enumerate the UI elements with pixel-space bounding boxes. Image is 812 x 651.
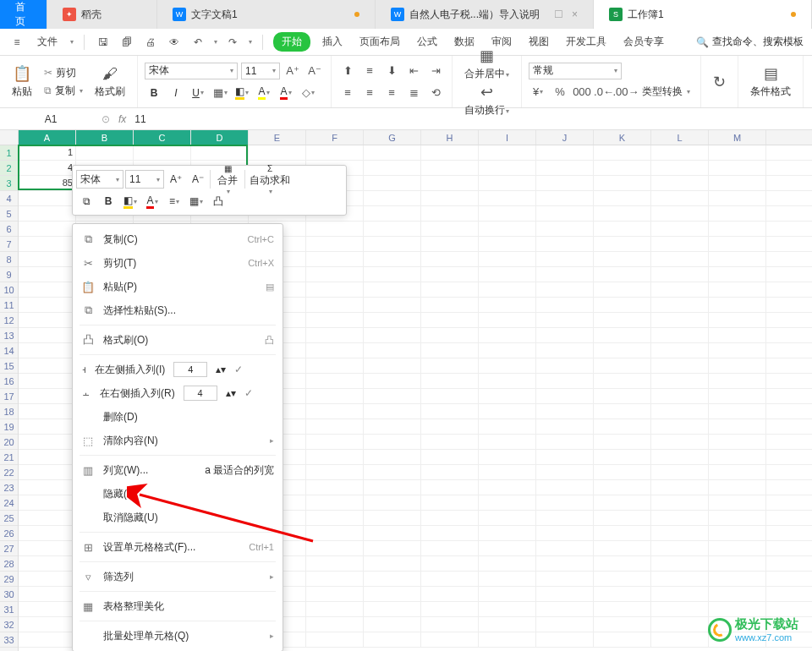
cell[interactable] xyxy=(19,526,76,540)
number-format-select[interactable]: 常规▾ xyxy=(529,63,622,79)
cell[interactable] xyxy=(364,191,421,205)
cell[interactable] xyxy=(479,206,536,221)
highlight-button[interactable]: A▾ xyxy=(255,84,273,102)
row-header[interactable]: 15 xyxy=(0,358,18,374)
cell[interactable] xyxy=(536,419,594,434)
col-header[interactable]: A xyxy=(19,130,76,145)
row-header[interactable]: 33 xyxy=(0,632,18,648)
row-header[interactable]: 18 xyxy=(0,404,18,419)
cell[interactable] xyxy=(364,161,421,175)
cell[interactable] xyxy=(536,572,594,586)
cell[interactable] xyxy=(709,480,766,495)
cell[interactable] xyxy=(594,480,651,495)
cell[interactable] xyxy=(651,176,709,190)
cell[interactable] xyxy=(536,541,594,555)
cell[interactable] xyxy=(709,267,766,282)
preview-icon[interactable]: 👁 xyxy=(166,34,183,51)
cell[interactable] xyxy=(536,556,594,571)
ctx-insert-left[interactable]: ⫞在左侧插入列(I)▴▾✓ xyxy=(73,358,283,381)
cell[interactable] xyxy=(479,145,536,160)
ctx-col-width[interactable]: ▥列宽(W)...a 最适合的列宽 xyxy=(73,458,283,482)
search-box[interactable]: 🔍 查找命令、搜索模板 xyxy=(696,35,804,49)
cell[interactable] xyxy=(421,298,479,312)
cell[interactable] xyxy=(651,587,709,601)
cell[interactable] xyxy=(421,495,479,510)
mini-merge-icon[interactable]: ▦合并▾ xyxy=(212,169,243,189)
row-header[interactable]: 28 xyxy=(0,556,18,572)
cell[interactable] xyxy=(19,298,76,312)
align-left-button[interactable]: ≡ xyxy=(338,84,357,102)
cell[interactable] xyxy=(536,343,594,358)
cell[interactable] xyxy=(651,328,709,342)
cell[interactable] xyxy=(594,328,651,342)
cell[interactable] xyxy=(306,602,364,616)
col-header[interactable]: L xyxy=(651,130,709,145)
mini-autosum[interactable]: Σ自动求和▾ xyxy=(247,169,293,189)
row-header[interactable]: 3 xyxy=(0,176,18,191)
row-header[interactable]: 17 xyxy=(0,389,18,404)
cell[interactable] xyxy=(306,541,364,555)
cell[interactable] xyxy=(709,206,766,221)
cell[interactable] xyxy=(421,526,479,540)
type-convert-button[interactable]: 类型转换▾ xyxy=(639,84,694,100)
cell[interactable] xyxy=(479,526,536,540)
row-header[interactable]: 8 xyxy=(0,252,18,267)
cell[interactable] xyxy=(19,358,76,373)
file-menu[interactable]: 文件 xyxy=(32,32,63,52)
cell[interactable] xyxy=(421,206,479,221)
menu-dev[interactable]: 开发工具 xyxy=(561,32,612,52)
cell[interactable] xyxy=(536,267,594,282)
cell[interactable]: 4 xyxy=(19,161,76,175)
cell[interactable] xyxy=(709,222,766,236)
align-center-button[interactable]: ≡ xyxy=(360,84,379,102)
mini-size-select[interactable]: 11▾ xyxy=(125,170,164,189)
cell[interactable] xyxy=(536,465,594,479)
cell[interactable] xyxy=(19,587,76,601)
align-top-button[interactable]: ⬆ xyxy=(338,62,357,80)
cell[interactable] xyxy=(306,556,364,571)
cell[interactable] xyxy=(479,587,536,601)
cell[interactable] xyxy=(421,617,479,632)
cell[interactable] xyxy=(536,435,594,449)
ctx-batch[interactable]: 批量处理单元格(Q)▸ xyxy=(73,624,283,648)
cell[interactable] xyxy=(306,374,364,388)
cell[interactable] xyxy=(709,298,766,312)
cell[interactable] xyxy=(364,617,421,632)
save-icon[interactable]: 🖫 xyxy=(95,34,112,51)
row-header[interactable]: 19 xyxy=(0,419,18,435)
cell[interactable] xyxy=(306,358,364,373)
cell[interactable] xyxy=(479,602,536,616)
row-header[interactable]: 4 xyxy=(0,191,18,206)
align-right-button[interactable]: ≡ xyxy=(382,84,401,102)
cell[interactable] xyxy=(364,572,421,586)
col-header[interactable]: B xyxy=(76,130,134,145)
cell[interactable] xyxy=(536,358,594,373)
cell[interactable] xyxy=(421,450,479,464)
cell[interactable] xyxy=(594,511,651,525)
insert-right-count[interactable] xyxy=(184,386,217,401)
cell[interactable] xyxy=(536,161,594,175)
cell[interactable] xyxy=(19,328,76,342)
undo-icon[interactable]: ↶ xyxy=(189,34,206,51)
cell[interactable] xyxy=(364,222,421,236)
mini-font-color[interactable]: A▾ xyxy=(142,191,162,211)
cell[interactable] xyxy=(536,206,594,221)
cell[interactable] xyxy=(306,267,364,282)
cell[interactable] xyxy=(364,450,421,464)
cell[interactable] xyxy=(536,495,594,510)
cell[interactable] xyxy=(364,374,421,388)
cell[interactable] xyxy=(594,435,651,449)
mini-bold[interactable]: B xyxy=(98,191,118,211)
col-header[interactable]: I xyxy=(479,130,536,145)
cell[interactable] xyxy=(651,374,709,388)
tab-close[interactable]: ☐ xyxy=(554,8,563,20)
ctx-format-painter[interactable]: 凸格式刷(O)凸 xyxy=(73,328,283,352)
cell[interactable] xyxy=(594,419,651,434)
cell[interactable] xyxy=(536,632,594,647)
ctx-copy[interactable]: ⧉复制(C)Ctrl+C xyxy=(73,227,283,251)
font-size-select[interactable]: 11▾ xyxy=(241,63,280,79)
cell[interactable] xyxy=(594,541,651,555)
cell[interactable] xyxy=(364,632,421,647)
tab-workbook1[interactable]: S 工作簿1 xyxy=(594,0,812,29)
cell[interactable] xyxy=(536,511,594,525)
